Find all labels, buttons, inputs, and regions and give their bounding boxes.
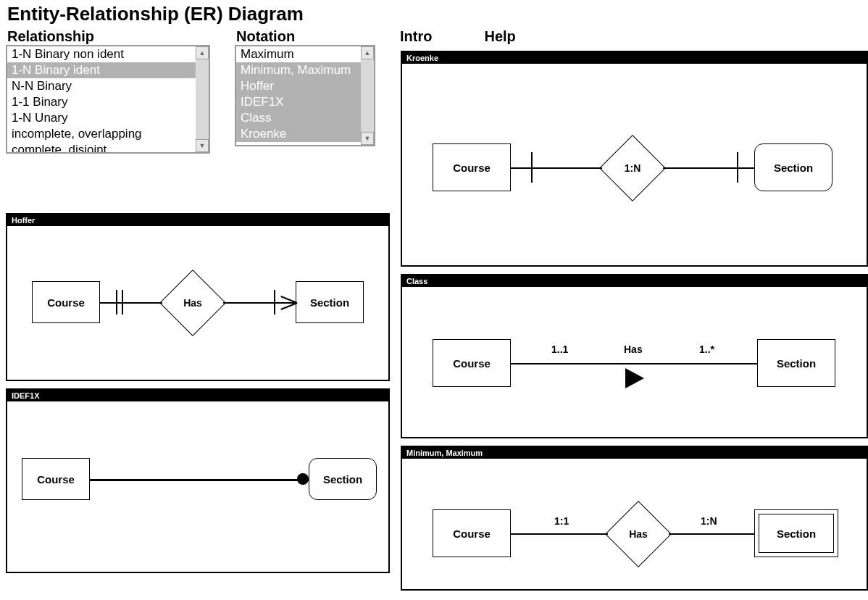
- intro-link[interactable]: Intro: [400, 28, 432, 45]
- scroll-down-icon[interactable]: ▼: [196, 139, 209, 152]
- entity-section: Section: [754, 143, 832, 191]
- relationship-label: 1:N: [599, 135, 666, 201]
- panel-class: Class Course Section 1..1 Has 1..*: [401, 274, 868, 438]
- relationship-diamond: Has: [605, 501, 672, 567]
- notation-option[interactable]: Minimum, Maximum: [236, 62, 361, 78]
- cardinality-right: 1..*: [699, 343, 714, 355]
- cardinality-right: 1:N: [701, 515, 717, 527]
- help-link[interactable]: Help: [484, 28, 515, 45]
- notation-label: Notation: [236, 28, 375, 45]
- entity-course: Course: [32, 281, 100, 323]
- panel-kroenke: Kroenke Course 1:N Section: [401, 51, 868, 267]
- relationship-listbox[interactable]: 1-N Binary non ident 1-N Binary ident N-…: [6, 45, 210, 154]
- notation-option[interactable]: IDEF1X: [236, 94, 361, 110]
- relationship-option[interactable]: 1-N Unary: [7, 110, 196, 126]
- entity-section-weak: Section: [754, 509, 838, 557]
- diagram-canvas: Kroenke Course 1:N Section Hoffer Course…: [6, 158, 862, 600]
- relationship-label: Relationship: [7, 28, 210, 45]
- entity-course: Course: [433, 143, 511, 191]
- cardinality-left: 1..1: [551, 343, 568, 355]
- scrollbar[interactable]: ▲ ▼: [196, 46, 209, 152]
- notation-listbox[interactable]: Maximum Minimum, Maximum Hoffer IDEF1X C…: [235, 45, 375, 146]
- relationship-label: Has: [605, 501, 672, 567]
- scroll-up-icon[interactable]: ▲: [196, 46, 209, 59]
- entity-course: Course: [22, 458, 90, 500]
- panel-title: Class: [402, 275, 867, 287]
- direction-arrow-icon: [625, 368, 644, 388]
- relationship-option[interactable]: complete, disjoint: [7, 142, 196, 154]
- relationship-option[interactable]: 1-1 Binary: [7, 94, 196, 110]
- page-title: Entity-Relationship (ER) Diagram: [7, 3, 862, 25]
- panel-title: IDEF1X: [7, 390, 388, 401]
- scroll-up-icon[interactable]: ▲: [361, 46, 374, 59]
- panel-hoffer: Hoffer Course Has Section: [6, 213, 390, 381]
- notation-option[interactable]: Hoffer: [236, 78, 361, 94]
- relationship-diamond: 1:N: [599, 135, 666, 201]
- panel-minmax: Minimum, Maximum Course Has Section 1:1 …: [401, 446, 868, 591]
- scroll-down-icon[interactable]: ▼: [361, 132, 374, 145]
- relationship-label: Has: [624, 343, 643, 355]
- entity-section: Section: [759, 514, 834, 553]
- panel-title: Hoffer: [7, 214, 388, 226]
- relationship-option[interactable]: incomplete, overlapping: [7, 126, 196, 142]
- scrollbar[interactable]: ▲ ▼: [361, 46, 374, 145]
- entity-section: Section: [309, 458, 377, 500]
- entity-course: Course: [433, 509, 511, 557]
- entity-section: Section: [296, 281, 364, 323]
- entity-course: Course: [433, 339, 511, 387]
- panel-idef1x: IDEF1X Course Section: [6, 388, 390, 573]
- idef1x-dot-icon: [297, 473, 309, 485]
- cardinality-left: 1:1: [554, 515, 569, 527]
- relationship-label: Has: [159, 270, 226, 336]
- notation-option[interactable]: Kroenke: [236, 126, 361, 142]
- entity-section: Section: [757, 339, 835, 387]
- relationship-option[interactable]: 1-N Binary ident: [7, 62, 196, 78]
- panel-title: Minimum, Maximum: [402, 447, 867, 459]
- relationship-diamond: Has: [159, 270, 226, 336]
- notation-option[interactable]: Class: [236, 110, 361, 126]
- panel-title: Kroenke: [402, 52, 867, 64]
- relationship-option[interactable]: 1-N Binary non ident: [7, 46, 196, 62]
- notation-option[interactable]: Maximum: [236, 46, 361, 62]
- relationship-option[interactable]: N-N Binary: [7, 78, 196, 94]
